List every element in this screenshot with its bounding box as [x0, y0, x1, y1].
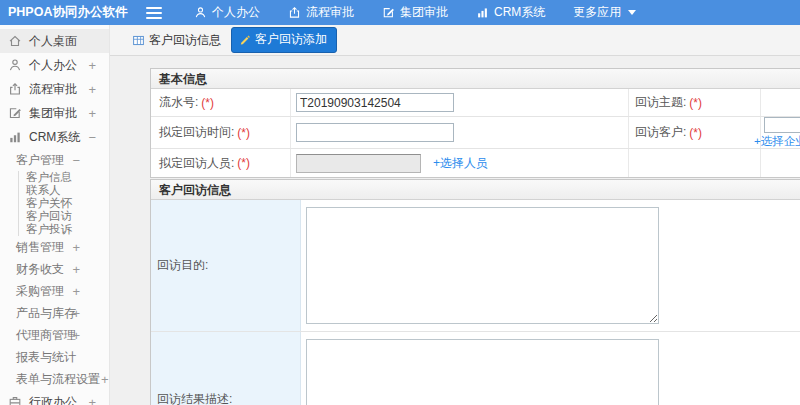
sidebar-item-customer-mgmt[interactable]: 客户管理 −	[0, 149, 109, 171]
menu-icon[interactable]	[146, 7, 162, 19]
tab-visit-list[interactable]: 客户回访信息	[132, 32, 221, 49]
form-row-purpose: 回访目的:	[151, 200, 800, 332]
customer-input[interactable]	[764, 117, 800, 133]
process-icon	[288, 6, 301, 19]
sidebar-item-process-approval[interactable]: 流程审批 +	[0, 77, 109, 101]
select-person-link[interactable]: +选择人员	[433, 155, 488, 172]
section-title: 客户回访信息	[151, 180, 800, 200]
visit-purpose-textarea[interactable]	[306, 207, 659, 324]
sidebar-item-label: 个人桌面	[29, 33, 77, 50]
topnav-crm[interactable]: CRM系统	[476, 4, 545, 21]
planned-person-label: 拟定回访人员:	[159, 155, 234, 172]
visit-info-section: 客户回访信息 回访目的: 回访结果描述:	[150, 179, 800, 405]
customer-label: 回访客户:	[635, 124, 686, 141]
edit-icon	[8, 106, 22, 120]
briefcase-icon	[8, 395, 22, 405]
sidebar-item-contacts[interactable]: 联系人	[19, 184, 109, 197]
sidebar-item-customer-complaint[interactable]: 客户投诉	[19, 223, 109, 236]
topnav-more-apps[interactable]: 更多应用	[573, 4, 636, 21]
topbar: PHPOA协同办公软件 个人办公 流程审批 集团审批 CRM系统 更多应用	[0, 0, 800, 25]
sidebar-item-group-approval[interactable]: 集团审批 +	[0, 101, 109, 125]
sidebar-item-label: 报表与统计	[16, 349, 76, 366]
sidebar-item-customer-info[interactable]: 客户信息	[19, 171, 109, 184]
chart-icon	[476, 6, 489, 19]
collapse-icon[interactable]: −	[72, 153, 80, 168]
tab-label: 客户回访信息	[149, 32, 221, 49]
sidebar-item-agent-mgmt[interactable]: 代理商管理 +	[0, 324, 109, 346]
required-marker: (*)	[237, 126, 250, 140]
sidebar-item-finance[interactable]: 财务收支 +	[0, 258, 109, 280]
edit-icon	[382, 6, 395, 19]
expand-icon[interactable]: +	[88, 58, 96, 73]
required-marker: (*)	[201, 96, 214, 110]
sidebar-item-label: 产品与库存	[16, 305, 76, 322]
topnav-group-approval[interactable]: 集团审批	[382, 4, 448, 21]
topnav-label: CRM系统	[494, 4, 545, 21]
expand-icon[interactable]: +	[88, 82, 96, 97]
sidebar-item-label: 客户管理	[16, 152, 64, 169]
sidebar-item-products-inventory[interactable]: 产品与库存 +	[0, 302, 109, 324]
expand-icon[interactable]: +	[72, 284, 80, 299]
topnav-personal-office[interactable]: 个人办公	[194, 4, 260, 21]
sidebar-item-reports[interactable]: 报表与统计	[0, 346, 109, 368]
sidebar-item-label: 销售管理	[16, 239, 64, 256]
topnav-label: 集团审批	[400, 4, 448, 21]
section-title: 基本信息	[151, 69, 800, 89]
sidebar-item-customer-care[interactable]: 客户关怀	[19, 197, 109, 210]
visit-result-label: 回访结果描述:	[151, 332, 301, 405]
sidebar-item-form-process-settings[interactable]: 表单与流程设置 +	[0, 368, 109, 390]
planned-time-label: 拟定回访时间:	[159, 124, 234, 141]
sidebar-item-label: 表单与流程设置	[16, 371, 100, 388]
expand-icon[interactable]: +	[72, 262, 80, 277]
sidebar-item-purchasing[interactable]: 采购管理 +	[0, 280, 109, 302]
required-marker: (*)	[237, 156, 250, 170]
sidebar-item-admin-office[interactable]: 行政办公 +	[0, 390, 109, 405]
form-row-serial-subject: 流水号: (*) 回访主题: (*)	[151, 89, 800, 117]
serial-label: 流水号:	[159, 94, 198, 111]
grid-icon	[132, 34, 145, 47]
sidebar-item-desktop[interactable]: 个人桌面	[0, 29, 109, 53]
topnav-label: 流程审批	[306, 4, 354, 21]
expand-icon[interactable]: +	[72, 328, 80, 343]
required-marker: (*)	[689, 126, 702, 140]
process-icon	[8, 82, 22, 96]
app-logo: PHPOA协同办公软件	[0, 4, 118, 21]
topnav-label: 更多应用	[573, 4, 621, 21]
topnav-process-approval[interactable]: 流程审批	[288, 4, 354, 21]
basic-info-section: 基本信息 流水号: (*) 回访主题: (*) 拟定回访时间: (*)	[150, 68, 800, 178]
tab-visit-add-active[interactable]: 客户回访添加	[231, 27, 337, 53]
sidebar-item-personal-office[interactable]: 个人办公 +	[0, 53, 109, 77]
expand-icon[interactable]: +	[88, 106, 96, 121]
empty-cell	[761, 149, 800, 177]
pencil-icon	[239, 34, 251, 46]
sidebar-item-label: 流程审批	[29, 81, 77, 98]
planned-person-input[interactable]	[296, 154, 421, 173]
sidebar-item-sales-mgmt[interactable]: 销售管理 +	[0, 236, 109, 258]
main-content: 客户回访信息 客户回访添加 基本信息 流水号: (*) 回访主题: (*)	[110, 25, 800, 405]
sidebar-item-label: 个人办公	[29, 57, 77, 74]
visit-result-textarea[interactable]	[306, 339, 659, 405]
form-row-person: 拟定回访人员: (*) +选择人员	[151, 149, 800, 177]
subject-label: 回访主题:	[635, 94, 686, 111]
top-navigation: 个人办公 流程审批 集团审批 CRM系统 更多应用	[194, 4, 636, 21]
expand-icon[interactable]: +	[72, 240, 80, 255]
topnav-label: 个人办公	[212, 4, 260, 21]
expand-icon[interactable]: +	[101, 372, 109, 387]
select-company-link[interactable]: +选择企业	[754, 134, 800, 149]
serial-input[interactable]	[296, 93, 454, 112]
sidebar-item-customer-visit[interactable]: 客户回访	[19, 210, 109, 223]
expand-icon[interactable]: +	[88, 395, 96, 405]
form-row-time-customer: 拟定回访时间: (*) 回访客户: (*) +选择企业	[151, 117, 800, 149]
person-icon	[8, 58, 22, 72]
sidebar-item-crm[interactable]: CRM系统 −	[0, 125, 109, 149]
customer-mgmt-submenu: 客户信息 联系人 客户关怀 客户回访 客户投诉	[18, 171, 109, 236]
expand-icon[interactable]: +	[72, 306, 80, 321]
sidebar-item-label: 集团审批	[29, 105, 77, 122]
home-icon	[8, 34, 22, 48]
planned-time-input[interactable]	[296, 123, 454, 142]
collapse-icon[interactable]: −	[88, 130, 96, 145]
caret-down-icon	[628, 10, 636, 15]
required-marker: (*)	[689, 96, 702, 110]
form-row-result: 回访结果描述:	[151, 332, 800, 405]
chart-icon	[8, 130, 22, 144]
